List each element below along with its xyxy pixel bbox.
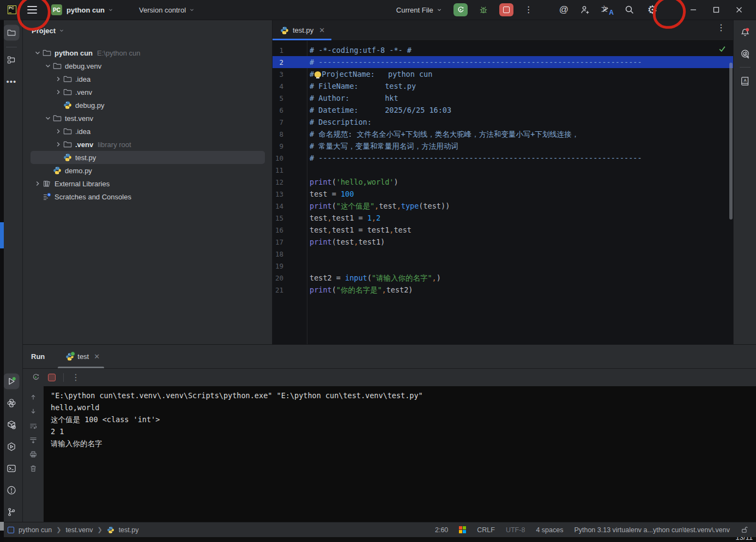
- code-line[interactable]: 13test = 100: [273, 188, 733, 200]
- chevron-down-icon[interactable]: [58, 27, 65, 34]
- chevron-right-icon[interactable]: [53, 140, 63, 149]
- encoding-indicator[interactable]: UTF-8: [506, 526, 525, 534]
- scroll-to-end-icon[interactable]: [29, 436, 38, 444]
- code-line[interactable]: 14print("这个值是",test,type(test)): [273, 200, 733, 212]
- code-line[interactable]: 21print("你的名字是",test2): [273, 284, 733, 296]
- tree-item-debug-venv[interactable]: debug.venv: [31, 59, 265, 72]
- settings-gear-icon[interactable]: ⚙: [646, 3, 659, 16]
- dictionary-book-icon[interactable]: A: [740, 76, 751, 87]
- code-line[interactable]: 15test,test1 = 1,2: [273, 212, 733, 224]
- code-line[interactable]: 17print(test,test1): [273, 236, 733, 248]
- code-line[interactable]: 6# Datetime: 2025/6/25 16:03: [273, 104, 733, 116]
- line-number[interactable]: 10: [273, 153, 283, 165]
- code-line[interactable]: 19: [273, 260, 733, 272]
- line-number[interactable]: 1: [273, 45, 283, 57]
- tree-item-scratches-and-consoles[interactable]: Scratches and Consoles: [31, 190, 265, 203]
- code-line[interactable]: 4# FileName: test.py: [273, 80, 733, 92]
- up-arrow-icon[interactable]: [29, 393, 37, 401]
- more-actions-kebab-icon[interactable]: ⋮: [524, 7, 533, 13]
- code-line[interactable]: 1# -*-coding:utf-8 -*- #: [273, 44, 733, 56]
- code-line[interactable]: 20test2 = input("请输入你的名字",): [273, 272, 733, 284]
- more-tool-windows-icon[interactable]: •••: [7, 77, 17, 86]
- line-number[interactable]: 5: [273, 93, 283, 105]
- line-number[interactable]: 15: [273, 212, 283, 224]
- breadcrumb-project[interactable]: python cun: [19, 526, 52, 534]
- python-console-icon[interactable]: [7, 398, 16, 408]
- project-badge[interactable]: PC: [51, 4, 62, 15]
- soft-wrap-icon[interactable]: [29, 422, 38, 430]
- tab-test-py[interactable]: test.py ✕: [273, 20, 331, 40]
- line-number[interactable]: 9: [273, 141, 283, 153]
- maximize-button[interactable]: [705, 0, 728, 20]
- chevron-right-icon[interactable]: [33, 179, 43, 188]
- line-number[interactable]: 8: [273, 129, 283, 141]
- line-number[interactable]: 14: [273, 200, 283, 212]
- code-line[interactable]: 7# Description:: [273, 116, 733, 128]
- editor-options-kebab-icon[interactable]: ⋮: [717, 25, 725, 31]
- tree-item-test-py[interactable]: test.py: [31, 151, 265, 164]
- line-number[interactable]: 12: [273, 176, 283, 188]
- line-number[interactable]: 7: [273, 117, 283, 129]
- line-number[interactable]: 16: [273, 224, 283, 236]
- run-tool-icon[interactable]: [7, 376, 16, 386]
- line-ending-indicator[interactable]: CRLF: [477, 526, 495, 534]
- add-user-icon[interactable]: [579, 4, 590, 15]
- tree-item-venv[interactable]: .venv: [31, 86, 265, 99]
- tree-item-idea[interactable]: .idea: [31, 72, 265, 86]
- chevron-right-icon[interactable]: [53, 127, 63, 136]
- project-panel-title[interactable]: Project: [32, 27, 56, 35]
- code-line[interactable]: 18: [273, 248, 733, 260]
- ai-chat-icon[interactable]: [740, 48, 751, 59]
- code-line[interactable]: 9# 常量大写，变量和常量用名词，方法用动词: [273, 140, 733, 152]
- clear-trash-icon[interactable]: [29, 465, 38, 473]
- chevron-down-icon[interactable]: [107, 7, 114, 13]
- chevron-down-icon[interactable]: [43, 62, 53, 70]
- tree-item-python-cun[interactable]: python cunE:\python cun: [31, 46, 265, 59]
- caret-position[interactable]: 2:60: [435, 526, 448, 534]
- interpreter-indicator[interactable]: Python 3.13 virtualenv a...ython cun\tes…: [574, 526, 730, 534]
- code-line[interactable]: 8# 命名规范: 文件名全小写+下划线，类名大驼峰，方法和变量小写+下划线连接，: [273, 128, 733, 140]
- inspections-ok-icon[interactable]: [718, 45, 726, 53]
- rerun-icon[interactable]: [31, 373, 40, 382]
- code-line[interactable]: 3#ProjectName: python cun: [273, 68, 733, 80]
- console-options-kebab-icon[interactable]: ⋮: [71, 375, 80, 380]
- code-line[interactable]: 10# ------------------------------------…: [273, 152, 733, 164]
- run-tab-close-icon[interactable]: ✕: [94, 352, 100, 361]
- line-number[interactable]: 2: [273, 57, 283, 69]
- debug-bug-icon[interactable]: [479, 5, 488, 15]
- ai-assistant-icon[interactable]: @: [559, 4, 568, 15]
- stop-console-icon[interactable]: [48, 374, 56, 381]
- chevron-right-icon[interactable]: [53, 88, 63, 96]
- line-number[interactable]: 11: [273, 165, 283, 176]
- git-branch-icon[interactable]: [7, 507, 16, 517]
- python-packages-icon[interactable]: [7, 420, 16, 430]
- code-line[interactable]: 16test,test1 = test1,test: [273, 224, 733, 236]
- breadcrumb-directory[interactable]: test.venv: [65, 526, 93, 534]
- chevron-right-icon[interactable]: [53, 75, 63, 83]
- tree-item-demo-py[interactable]: demo.py: [31, 164, 265, 177]
- version-control-menu[interactable]: Version control: [139, 6, 186, 14]
- notifications-bell-icon[interactable]: [740, 27, 751, 38]
- line-number[interactable]: 6: [273, 105, 283, 117]
- tree-item-idea[interactable]: .idea: [31, 125, 265, 138]
- run-panel-title[interactable]: Run: [31, 352, 45, 361]
- code-editor[interactable]: 1# -*-coding:utf-8 -*- #2# -------------…: [273, 41, 733, 296]
- problems-icon[interactable]: [7, 485, 16, 495]
- code-line[interactable]: 12print('hello,world'): [273, 176, 733, 188]
- line-number[interactable]: 18: [273, 248, 283, 260]
- code-line[interactable]: 2# -------------------------------------…: [273, 56, 733, 68]
- main-menu-hamburger-icon[interactable]: [27, 4, 39, 16]
- minimize-button[interactable]: [682, 0, 705, 20]
- tree-item-venv[interactable]: .venvlibrary root: [31, 138, 265, 151]
- line-number[interactable]: 20: [273, 272, 283, 284]
- unlocked-padlock-icon[interactable]: [741, 526, 748, 534]
- project-tool-icon[interactable]: [7, 28, 16, 37]
- chevron-down-icon[interactable]: [33, 48, 43, 57]
- line-number[interactable]: 3: [273, 69, 283, 81]
- line-number[interactable]: 21: [273, 284, 283, 296]
- run-configuration-selector[interactable]: Current File: [396, 6, 443, 14]
- indent-indicator[interactable]: 4 spaces: [536, 526, 563, 534]
- code-line[interactable]: 5# Author: hkt: [273, 92, 733, 104]
- down-arrow-icon[interactable]: [29, 407, 37, 415]
- breadcrumb-file[interactable]: test.py: [119, 526, 139, 534]
